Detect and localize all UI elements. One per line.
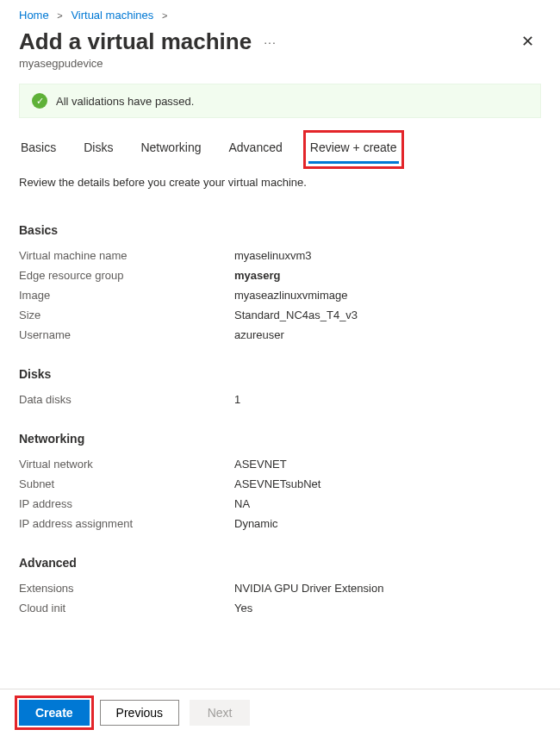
row-vm-name: Virtual machine name myaselinuxvm3 [19,249,541,262]
label-erg: Edge resource group [19,269,234,282]
label-ip-assign: IP address assignment [19,517,234,530]
page-header: Add a virtual machine ··· myasegpudevice… [0,27,560,77]
row-image: Image myaseazlinuxvmimage [19,289,541,302]
value-ip-assign: Dynamic [234,517,278,530]
label-data-disks: Data disks [19,393,234,406]
value-data-disks: 1 [234,393,240,406]
row-erg: Edge resource group myaserg [19,269,541,282]
row-subnet: Subnet ASEVNETsubNet [19,477,541,490]
section-networking-title: Networking [19,432,541,446]
check-circle-icon: ✓ [32,93,47,109]
value-erg: myaserg [234,269,280,282]
value-subnet: ASEVNETsubNet [234,477,320,490]
tab-disks[interactable]: Disks [82,135,115,164]
label-image: Image [19,289,234,302]
label-cloud-init: Cloud init [19,602,234,614]
tab-basics[interactable]: Basics [19,135,58,164]
value-vm-name: myaselinuxvm3 [234,249,312,262]
label-username: Username [19,328,234,341]
label-subnet: Subnet [19,477,234,490]
next-button: Next [190,700,250,726]
row-cloud-init: Cloud init Yes [19,602,541,614]
row-ip: IP address NA [19,497,541,510]
value-extensions: NVIDIA GPU Driver Extension [234,582,383,595]
section-disks-title: Disks [19,367,541,381]
previous-button[interactable]: Previous [100,700,179,726]
value-vnet: ASEVNET [234,458,287,471]
section-basics: Basics Virtual machine name myaselinuxvm… [19,223,541,341]
label-vnet: Virtual network [19,458,234,471]
create-button[interactable]: Create [19,700,90,726]
page-subtitle: myasegpudevice [19,57,277,70]
close-icon: ✕ [521,33,534,50]
section-disks: Disks Data disks 1 [19,367,541,406]
label-extensions: Extensions [19,582,234,595]
row-username: Username azureuser [19,328,541,341]
row-ip-assign: IP address assignment Dynamic [19,517,541,530]
breadcrumb: Home > Virtual machines > [0,0,560,27]
value-image: myaseazlinuxvmimage [234,289,348,302]
breadcrumb-home[interactable]: Home [19,9,49,22]
validation-message: All validations have passed. [56,95,194,108]
row-extensions: Extensions NVIDIA GPU Driver Extension [19,582,541,595]
label-size: Size [19,309,234,321]
tab-advanced[interactable]: Advanced [227,135,284,164]
breadcrumb-virtual-machines[interactable]: Virtual machines [71,9,153,22]
page-title: Add a virtual machine [19,28,252,55]
content-area: Review the details before you create you… [0,164,560,658]
chevron-right-icon: > [57,10,62,21]
row-size: Size Standard_NC4as_T4_v3 [19,309,541,321]
chevron-right-icon: > [162,10,167,21]
footer: Create Previous Next [0,689,560,736]
tab-networking[interactable]: Networking [139,135,202,164]
label-ip: IP address [19,497,234,510]
section-advanced-title: Advanced [19,556,541,570]
section-advanced: Advanced Extensions NVIDIA GPU Driver Ex… [19,556,541,614]
section-networking: Networking Virtual network ASEVNET Subne… [19,432,541,530]
row-data-disks: Data disks 1 [19,393,541,406]
row-vnet: Virtual network ASEVNET [19,458,541,471]
tab-review-create[interactable]: Review + create [308,135,399,164]
tabs: Basics Disks Networking Advanced Review … [0,130,560,164]
section-basics-title: Basics [19,223,541,237]
value-username: azureuser [234,328,284,341]
instruction-text: Review the details before you create you… [19,176,541,189]
value-ip: NA [234,497,250,510]
close-button[interactable]: ✕ [514,28,541,54]
value-cloud-init: Yes [234,602,252,614]
more-actions-icon[interactable]: ··· [264,35,277,49]
validation-banner: ✓ All validations have passed. [19,84,541,118]
label-vm-name: Virtual machine name [19,249,234,262]
value-size: Standard_NC4as_T4_v3 [234,309,358,321]
